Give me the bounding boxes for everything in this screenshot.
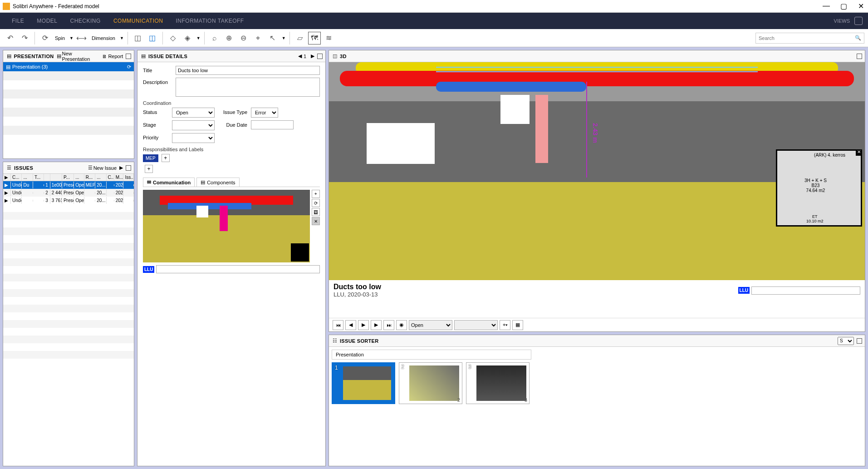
menu-communication[interactable]: COMMUNICATION [107,18,170,24]
filter-icon[interactable]: ▶ [119,165,123,171]
dimension-icon[interactable]: ⟷ [75,32,88,44]
sorter-thumb-label: Ducts too low [332,404,395,411]
zoom-out-icon[interactable]: ⊖ [237,32,250,44]
new-issue-button[interactable]: ☰ New Issue [88,165,117,171]
nav-prev-icon[interactable]: ◀ [345,320,356,330]
comp-icon: ▤ [201,179,205,185]
maximize-panel-icon[interactable] [126,165,131,171]
sorter-sort-select[interactable]: S [838,337,854,345]
minimize-button[interactable]: — [822,2,831,10]
sorter-thumb[interactable]: 33 [466,362,530,404]
next-issue-icon[interactable]: ▶ [311,53,314,59]
presentation-title: PRESENTATION [14,54,54,59]
comment-input[interactable] [156,265,320,273]
zoom-fit-icon[interactable]: ⌕ [208,32,221,44]
nav-status-select[interactable]: Open [409,320,452,330]
box-outline-icon[interactable]: ◇ [167,32,179,44]
table-row[interactable]: ▶UndefDu11e007PreseOpeMEP20...202... [3,181,134,189]
minimap-floor-label: (ARK) 4. kerros [814,153,845,158]
maximize-panel-icon[interactable] [857,54,862,59]
tab-communication[interactable]: ✉Communication [143,178,195,187]
dimension-value: 2.43 m [592,123,599,143]
minimap[interactable]: ✕ (ARK) 4. kerros 3H + K + S B23 74.64 m… [776,149,862,227]
cursor-icon[interactable]: ↖ [266,32,279,44]
due-date-input[interactable] [251,120,294,129]
cursor-dropdown[interactable]: ▼ [281,36,286,40]
tab-components[interactable]: ▤Components [196,178,239,187]
spin-icon[interactable]: ⟳ [39,32,51,44]
maximize-panel-icon[interactable] [126,54,131,59]
snap-capture-icon[interactable]: ⌖ [312,190,320,198]
add-tag-button[interactable]: + [162,154,170,162]
cube-wire-icon[interactable]: ◫ [146,32,159,44]
issue-type-label: Issue Type [218,108,247,115]
close-button[interactable]: ✕ [856,2,865,10]
presentation-icon: ▤ [6,53,12,59]
3d-viewport[interactable]: 2.43 m ✕ (ARK) 4. kerros 3H + K + S B23 … [329,62,865,280]
issue-type-select[interactable]: Error [251,108,278,118]
cube-icon[interactable]: ◫ [132,32,144,44]
snap-delete-icon[interactable]: ✕ [312,217,320,225]
issue-details-title: ISSUE DETAILS [148,54,187,59]
responsibilities-heading: Responsibilities and Labels [143,147,320,152]
nav-last-icon[interactable]: ⏭ [383,320,394,330]
menu-info-takeoff[interactable]: INFORMATION TAKEOFF [169,18,250,24]
search-box[interactable]: 🔍 [755,33,864,44]
minimap-close-icon[interactable]: ✕ [856,149,862,156]
spin-dropdown[interactable]: ▼ [69,36,74,40]
title-input[interactable] [176,66,320,75]
section-icon[interactable]: ▱ [294,32,306,44]
snapshot-image [143,190,310,262]
maximize-panel-icon[interactable] [317,54,323,59]
prev-issue-icon[interactable]: ◀ [298,53,302,59]
nav-first-icon[interactable]: ⏮ [333,320,343,330]
maximize-panel-icon[interactable] [857,338,862,344]
nav-grid-icon[interactable]: ▦ [512,320,523,330]
menu-checking[interactable]: CHECKING [64,18,107,24]
table-row[interactable]: ▶Undef22 440PreseOpe20...202... [3,189,134,197]
sorter-title: ISSUE SORTER [340,338,379,344]
window-title: Solibri Anywhere - Federated model [13,3,822,10]
status-label: Status [143,108,168,115]
dimension-dropdown[interactable]: ▼ [119,36,124,40]
box-dropdown[interactable]: ▼ [196,36,201,40]
zoom-window-icon[interactable]: ⌖ [252,32,265,44]
menu-file[interactable]: FILE [5,18,30,24]
undo-button[interactable]: ↶ [4,32,16,44]
viewport-caption-title: Ducts too low [333,283,738,291]
views-button[interactable]: VIEWS [834,18,850,24]
snap-image-icon[interactable]: 🖼 [312,208,320,216]
sorter-group-label: Presentation [332,350,531,360]
layers-icon[interactable]: ≋ [323,32,335,44]
views-icon[interactable] [854,17,863,25]
coordination-heading: Coordination [143,100,320,106]
nav-target-icon[interactable]: ⌖▾ [500,320,510,330]
search-icon[interactable]: 🔍 [855,35,861,41]
add-label-button[interactable]: + [145,165,153,173]
nav-secondary-select[interactable] [454,320,498,330]
mep-tag[interactable]: MEP [143,154,158,162]
table-row[interactable]: ▶Undef33 761cPreseOpe20...202... [3,197,134,204]
nav-next-icon[interactable]: ▶ [371,320,382,330]
map-icon[interactable]: 🗺 [308,32,321,44]
box-icon[interactable]: ◈ [181,32,194,44]
sorter-thumb[interactable]: 22 [399,362,462,404]
maximize-button[interactable]: ▢ [839,2,848,10]
description-input[interactable] [176,78,320,97]
sorter-thumb[interactable]: 1 [332,362,395,404]
zoom-in-icon[interactable]: ⊕ [223,32,235,44]
refresh-icon[interactable]: ⟳ [127,64,131,70]
presentation-row[interactable]: ▤ Presentation (3) ⟳ [3,62,134,71]
priority-select[interactable] [172,133,215,143]
nav-record-icon[interactable]: ◉ [396,320,407,330]
status-select[interactable]: Open [172,108,215,118]
search-input[interactable] [759,35,855,41]
redo-button[interactable]: ↷ [18,32,31,44]
snap-refresh-icon[interactable]: ⟳ [312,199,320,207]
nav-play-icon[interactable]: ▶ [358,320,369,330]
stage-select[interactable] [172,120,215,130]
report-button[interactable]: 🗎 Report [102,54,123,59]
viewport-comment-input[interactable] [751,286,860,295]
menu-model[interactable]: MODEL [30,18,64,24]
new-presentation-button[interactable]: ▤ New Presentation [57,51,100,62]
